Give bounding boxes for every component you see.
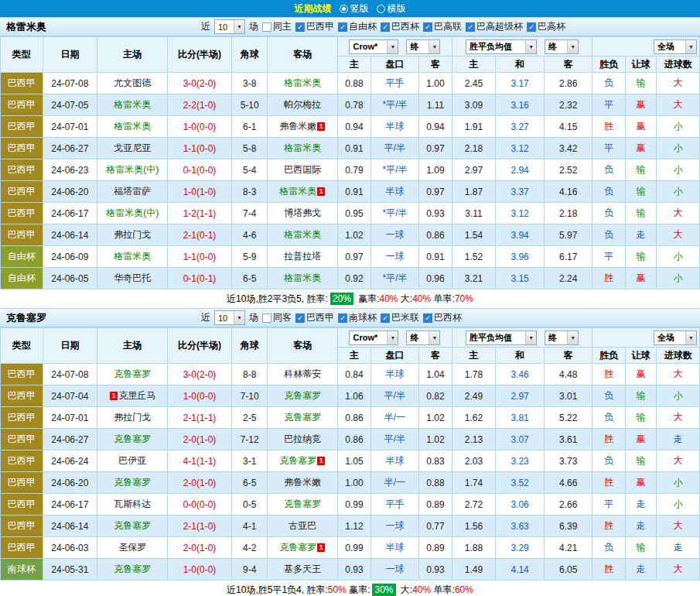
checkbox-checked-icon[interactable]: ✓ [423, 22, 432, 32]
avg-final-select[interactable]: 终▼ [545, 331, 579, 345]
odds-home: 0.86 [338, 407, 370, 429]
avg-home-odds: 1.62 [452, 407, 496, 429]
summary-text: 50% [328, 584, 347, 595]
league-filter[interactable]: ✓巴西杯 [381, 20, 419, 33]
team-name: 格雷米奥 [6, 20, 201, 34]
checkbox-checked-icon[interactable]: ✓ [423, 313, 432, 323]
odds-source-select[interactable]: Crow*▼ [349, 331, 398, 345]
handicap-line: 半球 [370, 537, 419, 559]
team-name-text: 古亚巴 [289, 520, 316, 531]
match-type: 巴西甲 [1, 472, 43, 494]
match-count-select[interactable]: 10▼ [214, 310, 245, 325]
result-flag: 负 [592, 537, 625, 559]
match-row: 巴西甲24-06-14弗拉门戈2-1(0-1)4-6格雷米奥1.02一球0.86… [1, 224, 700, 246]
odds-home: 1.05 [338, 450, 370, 472]
match-count-select[interactable]: 10▼ [214, 19, 245, 34]
handicap-line: 半球 [370, 181, 419, 203]
league-filter[interactable]: ✓巴米联 [381, 311, 419, 324]
corners: 5-9 [231, 246, 267, 268]
scope-select[interactable]: 全场▼ [654, 331, 697, 345]
goals-flag: 小 [657, 246, 700, 268]
avg-home-odds: 2.49 [452, 385, 496, 407]
chevron-down-icon: ▼ [234, 311, 244, 324]
goals-flag: 大 [657, 73, 700, 94]
handicap-line: 一球 [370, 559, 419, 581]
checkbox-checked-icon[interactable]: ✓ [295, 22, 305, 32]
odds-away: 1.00 [419, 73, 452, 94]
handicap-line: 半球 [370, 364, 419, 385]
team-name-text: 格雷米奥(中) [106, 164, 159, 175]
avg-source-select[interactable]: 胜平负均值▼ [466, 331, 537, 345]
col-date: 日期 [43, 37, 97, 73]
away-team: 克鲁塞罗 [268, 385, 338, 407]
handicap-line: 一球 [370, 516, 419, 537]
radio-selected-icon[interactable] [340, 5, 348, 13]
select-value: Crow* [353, 333, 377, 342]
league-filter[interactable]: ✓巴高杯 [527, 20, 565, 33]
checkbox-unchecked-icon[interactable] [262, 313, 271, 323]
result-flag: 胜 [592, 516, 625, 537]
league-filter[interactable]: ✓自由杯 [338, 20, 377, 33]
odds-home: 0.86 [338, 429, 370, 450]
radio-unselected-icon[interactable] [377, 5, 385, 13]
col-home: 主场 [97, 328, 168, 364]
goals-flag: 小 [657, 268, 700, 289]
league-filter[interactable]: ✓巴西甲 [295, 20, 334, 33]
result-flag: 负 [592, 181, 625, 203]
checkbox-checked-icon[interactable]: ✓ [381, 22, 390, 32]
handicap-line: 半/一 [370, 407, 419, 429]
handicap-result-flag: 走 [625, 516, 656, 537]
match-row: 巴西甲24-06-20福塔雷萨1-0(1-0)8-3格雷米奥10.91半球0.9… [1, 181, 700, 203]
col-handicap-result: 让球 [625, 57, 656, 73]
checkbox-checked-icon[interactable]: ✓ [381, 313, 390, 323]
team-name-text: 华奇巴托 [114, 272, 151, 283]
away-team: 格雷米奥 [268, 224, 338, 246]
odds-home: 0.78 [338, 94, 370, 116]
league-label: 巴高杯 [538, 20, 565, 33]
odds-home: 0.79 [338, 159, 370, 181]
layout-radio-vertical[interactable]: 竖版 [340, 2, 369, 15]
odds-final-select[interactable]: 终▼ [406, 39, 440, 54]
odds-final-select[interactable]: 终▼ [406, 331, 440, 345]
league-label: 南球杯 [349, 311, 377, 324]
corners: 5-4 [231, 159, 267, 181]
league-filter[interactable]: ✓巴西杯 [423, 311, 462, 324]
scope-select[interactable]: 全场▼ [654, 39, 697, 54]
odds-source-select[interactable]: Crow*▼ [349, 39, 398, 54]
games-label: 场 [249, 311, 258, 324]
league-filter[interactable]: ✓巴高联 [423, 20, 462, 33]
avg-source-select[interactable]: 胜平负均值▼ [466, 39, 537, 54]
result-flag: 胜 [592, 429, 625, 450]
league-filter[interactable]: ✓巴高超级杯 [466, 20, 523, 33]
avg-draw-odds: 3.06 [496, 494, 545, 516]
layout-radio-horizontal[interactable]: 横版 [377, 2, 406, 15]
goals-flag: 走 [657, 429, 700, 450]
checkbox-unchecked-icon[interactable] [262, 22, 271, 32]
team-name-text: 拉普拉塔 [284, 251, 321, 262]
goals-flag: 大 [657, 450, 700, 472]
avg-home-odds: 1.56 [452, 516, 496, 537]
league-filter[interactable]: ✓巴西甲 [295, 311, 334, 324]
result-flag: 胜 [592, 268, 625, 289]
odds-home: 0.91 [338, 181, 370, 203]
same-venue-filter[interactable]: 同客 [262, 311, 292, 324]
checkbox-checked-icon[interactable]: ✓ [338, 313, 347, 323]
checkbox-checked-icon[interactable]: ✓ [466, 22, 475, 32]
avg-final-select[interactable]: 终▼ [545, 39, 579, 54]
red-card-icon: 1 [317, 457, 325, 465]
match-score: 2-0(1-0) [168, 429, 232, 450]
match-score: 2-1(1-0) [168, 516, 232, 537]
league-filter[interactable]: ✓南球杯 [338, 311, 377, 324]
match-date: 24-06-09 [43, 246, 97, 268]
handicap-line: 一球 [370, 246, 419, 268]
col-home: 主场 [97, 37, 168, 73]
checkbox-checked-icon[interactable]: ✓ [338, 22, 347, 32]
odds-away: 0.88 [419, 472, 452, 494]
team-name-text: 克鲁塞罗 [114, 433, 151, 444]
avg-draw-odds: 3.29 [496, 537, 545, 559]
summary-bar: 近10场,胜5平1负4, 胜率:50% 赢率:30% 大:40% 单率:60% [0, 581, 700, 596]
same-venue-filter[interactable]: 同主 [262, 20, 292, 33]
checkbox-checked-icon[interactable]: ✓ [527, 22, 536, 32]
match-score: 1-1(0-0) [168, 138, 232, 159]
checkbox-checked-icon[interactable]: ✓ [295, 313, 305, 323]
